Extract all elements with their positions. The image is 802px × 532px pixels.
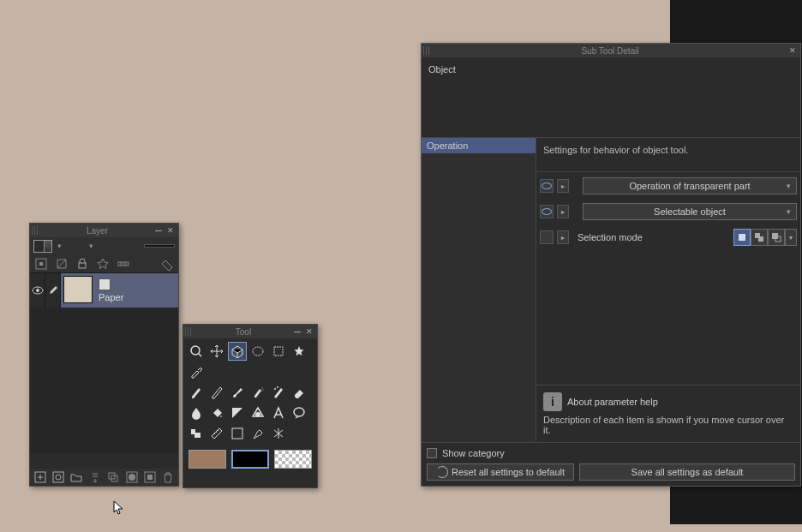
figure-tool[interactable] [248,403,267,422]
pen-icon [48,285,58,296]
layer-color-icon[interactable] [159,257,175,271]
expand-toggle[interactable]: ▸ [557,179,569,193]
line-tool[interactable] [228,424,247,443]
transparent-color[interactable] [274,450,312,469]
perspective-tool[interactable] [269,424,288,443]
tool-grid [183,338,317,446]
setting-row-selection-mode: ▸ Selection mode ▾ [540,229,797,246]
rect-select-tool[interactable] [269,342,288,361]
fill-tool[interactable] [207,403,226,422]
eye-icon [32,286,44,295]
text-tool[interactable] [269,403,288,422]
layer-row[interactable]: Paper [30,273,178,308]
layer-name: Paper [99,292,123,302]
selection-mode-add[interactable] [751,229,768,246]
edit-target-toggle[interactable] [45,273,61,308]
close-icon[interactable] [303,326,315,337]
background-color[interactable] [231,450,269,469]
selectable-object-dropdown[interactable]: Selectable object [583,203,797,220]
svg-rect-17 [274,347,283,356]
grip-icon [423,46,430,55]
detail-panel-titlebar[interactable]: Sub Tool Detail [422,44,800,57]
dropdown-label: Operation of transparent part [629,181,750,191]
minimize-icon[interactable] [291,326,303,337]
frame-tool[interactable] [187,424,206,443]
transfer-down-button[interactable] [88,470,101,484]
gradient-tool[interactable] [228,403,247,422]
blend-tool[interactable] [187,403,206,422]
airbrush-tool[interactable] [248,383,267,402]
show-in-palette-toggle[interactable] [540,230,554,244]
decoration-tool[interactable] [269,383,288,402]
apply-mask-button[interactable] [143,470,156,484]
layer-thumbnail [63,276,93,303]
balloon-tool[interactable] [290,403,308,422]
reset-button-label: Reset all settings to default [452,467,565,477]
show-category-checkbox[interactable] [427,448,437,458]
show-in-palette-toggle[interactable] [540,205,554,218]
mask-button[interactable] [125,470,138,484]
show-in-palette-toggle[interactable] [540,179,554,193]
auto-select-tool[interactable] [290,342,308,361]
dropdown-label: Selectable object [654,206,726,217]
blend-mode-selector[interactable] [33,240,52,253]
new-folder-button[interactable] [70,470,83,484]
delete-layer-button[interactable] [162,470,175,484]
svg-rect-25 [232,428,242,439]
expand-toggle[interactable]: ▸ [557,205,569,218]
svg-point-23 [255,412,260,417]
lasso-select-tool[interactable] [248,342,267,361]
layer-panel-title: Layer [42,226,153,236]
layer-actions-bar [30,469,178,486]
eyedropper-tool[interactable] [187,362,206,381]
ruler-icon[interactable] [116,257,131,271]
pencil-tool[interactable] [207,383,226,402]
detail-panel-title: Sub Tool Detail [434,46,787,56]
opacity-slider[interactable] [144,244,175,248]
correct-line-tool[interactable] [248,424,267,443]
minimize-icon[interactable] [153,225,165,236]
eraser-tool[interactable] [290,383,308,402]
zoom-tool[interactable] [187,342,206,361]
lock-transparent-icon[interactable] [33,257,49,271]
svg-point-18 [262,388,263,389]
ruler-tool[interactable] [207,424,226,443]
transparent-part-dropdown[interactable]: Operation of transparent part [583,177,797,194]
clip-mask-icon[interactable] [54,257,69,271]
new-raster-layer-button[interactable] [33,470,46,484]
mouse-cursor [113,500,125,516]
move-tool[interactable] [207,342,226,361]
chevron-down-icon[interactable]: ▾ [87,242,95,250]
svg-point-19 [263,390,264,391]
svg-point-12 [129,474,135,481]
tool-panel-titlebar[interactable]: Tool [183,325,317,338]
visibility-toggle[interactable] [30,273,45,308]
setting-row-transparent-part: ▸ Operation of transparent part [540,177,797,194]
save-settings-button[interactable]: Save all settings as default [579,463,795,481]
svg-rect-14 [147,475,153,480]
selection-mode-subtract[interactable] [768,229,785,246]
expand-toggle[interactable]: ▸ [557,230,569,244]
pen-tool[interactable] [187,383,206,402]
layer-panel-titlebar[interactable]: Layer [30,224,178,237]
layer-panel: Layer ▾ ▾ Paper [29,223,179,487]
color-swatches [183,446,317,472]
new-vector-layer-button[interactable] [51,470,64,484]
svg-rect-28 [758,236,763,242]
chevron-down-icon[interactable]: ▾ [56,242,63,250]
close-icon[interactable] [165,225,177,236]
reset-settings-button[interactable]: Reset all settings to default [427,463,574,481]
category-list: Operation [422,138,536,442]
merge-down-button[interactable] [107,470,120,484]
tool-panel-title: Tool [195,327,291,337]
close-icon[interactable] [787,45,799,56]
operation-tool[interactable] [228,342,247,361]
reference-layer-icon[interactable] [95,257,111,271]
selection-mode-menu[interactable]: ▾ [785,229,797,246]
subtool-header: Object [422,57,800,138]
foreground-color[interactable] [189,450,226,469]
selection-mode-new[interactable] [733,229,751,246]
lock-icon[interactable] [75,257,90,271]
brush-tool[interactable] [228,383,247,402]
category-item-operation[interactable]: Operation [422,138,536,153]
